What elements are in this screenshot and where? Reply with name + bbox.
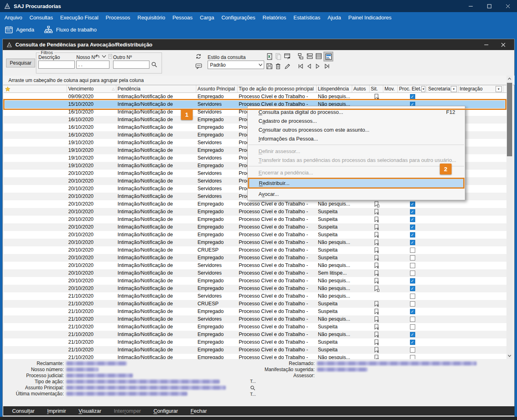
menubar-item-relat-rios[interactable]: Relatórios	[259, 13, 290, 22]
menubar-item-arquivo[interactable]: Arquivo	[1, 13, 26, 22]
pesquisar-button[interactable]: Pesquisar	[6, 59, 35, 67]
table-row[interactable]: 20/10/2020Intimação/Notificação deEmpreg…	[4, 277, 506, 285]
truncate-text-button[interactable]: T...	[250, 379, 256, 384]
consultar-button[interactable]: Consultar	[12, 408, 35, 414]
nav-last-icon[interactable]	[324, 64, 330, 69]
column-header-proc_elet[interactable]: Proc. Elet.▼	[398, 85, 427, 92]
nav-first-icon[interactable]	[298, 64, 303, 69]
column-header-vencimento[interactable]: Vencimento△	[67, 85, 116, 92]
app-close-button[interactable]	[498, 0, 517, 12]
checkbox-checked-icon[interactable]: ✓	[410, 309, 415, 314]
table-row[interactable]: 20/10/2020Intimação/Notificação deEmpreg…	[4, 239, 506, 246]
table-row[interactable]: 21/10/2020Intimação/Notificação deServid…	[4, 315, 506, 323]
column-header-autos[interactable]: Autos	[352, 85, 370, 92]
table-row[interactable]: 20/10/2020Intimação/Notificação deEmpreg…	[4, 285, 506, 292]
menubar-item-execu-o-fiscal[interactable]: Execução Fiscal	[57, 13, 102, 22]
table-row[interactable]: 21/10/2020Intimação/Notificação deEmpreg…	[4, 308, 506, 315]
column-header-sit[interactable]: Sit.	[370, 85, 383, 92]
menubar-item-ajuda[interactable]: Ajuda	[324, 13, 345, 22]
column-header-litispendencia[interactable]: Litispendência	[317, 85, 352, 92]
column-header-assunto[interactable]: Assunto Principal	[196, 85, 237, 92]
checkbox-unchecked-icon[interactable]	[410, 355, 415, 359]
fechar-button[interactable]: Fechar	[191, 408, 207, 414]
column-filter-icon[interactable]: ▼	[451, 86, 457, 92]
checkbox-checked-icon[interactable]: ✓	[410, 202, 415, 207]
menubar-item-consultas[interactable]: Consultas	[26, 13, 57, 22]
checkbox-checked-icon[interactable]: ✓	[410, 209, 415, 214]
checkbox-unchecked-icon[interactable]	[410, 255, 415, 260]
checkbox-checked-icon[interactable]: ✓	[410, 232, 415, 237]
nav-next-icon[interactable]	[315, 64, 320, 69]
menu-item-cadastro-de-processos[interactable]: Cadastro de processos...	[248, 116, 465, 125]
checkbox-unchecked-icon[interactable]	[410, 347, 415, 353]
tree-view-icon[interactable]	[298, 53, 305, 60]
toolbar-item-agenda[interactable]: Agenda	[5, 26, 34, 34]
export-window-icon[interactable]	[284, 53, 291, 60]
checkbox-unchecked-icon[interactable]	[410, 271, 415, 276]
dialog-close-button[interactable]	[495, 39, 512, 50]
table-row[interactable]: 21/10/2020Intimação/Notificação deEmpreg…	[4, 346, 506, 354]
comment-icon[interactable]	[195, 63, 202, 69]
table-row[interactable]: 20/10/2020Intimação/Notificação deCRUESP…	[4, 246, 506, 254]
column-header-secretaria[interactable]: Secretaria▼	[427, 85, 458, 92]
checkbox-unchecked-icon[interactable]	[410, 317, 415, 322]
table-row[interactable]: 20/10/2020Intimação/Notificação deEmpreg…	[4, 231, 506, 239]
detail-view-icon[interactable]	[324, 52, 333, 61]
menubar-item-processos[interactable]: Processos	[102, 13, 134, 22]
menubar-item-pessoas[interactable]: Pessoas	[169, 13, 196, 22]
visualizar-button[interactable]: Visualizar	[79, 408, 101, 414]
list-view-icon[interactable]	[315, 53, 322, 59]
cards-view-icon[interactable]	[307, 53, 313, 59]
table-row[interactable]: 20/10/2020Intimação/Notificação deEmpreg…	[4, 208, 506, 216]
nosso-numero-input[interactable]	[76, 61, 109, 69]
toolbar-item-fluxo-de-trabalho[interactable]: Fluxo de trabalho	[44, 26, 97, 34]
groupby-bar[interactable]: Arraste um cabeçalho de coluna aqui para…	[3, 76, 515, 85]
checkbox-checked-icon[interactable]: ✓	[410, 286, 415, 291]
checkbox-checked-icon[interactable]: ✓	[410, 332, 415, 337]
menu-item-redistribuir[interactable]: Redistribuir...	[248, 178, 464, 189]
undo-icon[interactable]	[95, 54, 100, 59]
checkbox-checked-icon[interactable]: ✓	[410, 217, 415, 222]
menubar-item-requisit-rio[interactable]: Requisitório	[134, 13, 169, 22]
menubar-item-carga[interactable]: Carga	[196, 13, 218, 22]
table-row[interactable]: 20/10/2020Intimação/Notificação deServid…	[4, 262, 506, 269]
table-row[interactable]: 21/10/2020Intimação/Notificação deEmpreg…	[4, 323, 506, 331]
delete-icon[interactable]	[275, 63, 281, 69]
vertical-scrollbar[interactable]	[506, 76, 513, 359]
menubar-item-painel-indicadores[interactable]: Painel Indicadores	[345, 13, 395, 22]
chevron-down-icon[interactable]	[102, 55, 106, 58]
menubar-item-estat-sticas[interactable]: Estatísticas	[290, 13, 324, 22]
nav-prev-icon[interactable]	[307, 64, 311, 69]
menu-item-informa-es-da-pessoa[interactable]: Informações da Pessoa...	[248, 134, 465, 143]
table-row[interactable]: 20/10/2020Intimação/Notificação deEmpreg…	[4, 223, 506, 231]
table-row[interactable]: 21/10/2020Intimação/Notificação deServid…	[4, 292, 506, 300]
combo-arrow-icon[interactable]	[257, 61, 264, 69]
checkbox-unchecked-icon[interactable]	[410, 248, 415, 253]
outro-numero-input[interactable]	[113, 61, 149, 69]
column-header-pin[interactable]	[4, 85, 67, 92]
configurar-button[interactable]: Configurar	[153, 408, 178, 414]
scroll-up-icon[interactable]	[506, 76, 513, 82]
table-row[interactable]: 21/10/2020Intimação/Notificação deEmpreg…	[4, 331, 506, 338]
checkbox-checked-icon[interactable]: ✓	[410, 278, 415, 284]
descricao-input[interactable]	[38, 61, 75, 69]
save-icon[interactable]	[266, 63, 273, 69]
table-row[interactable]: 20/10/2020Intimação/Notificação deEmpreg…	[4, 216, 506, 223]
scrollbar-thumb[interactable]	[507, 83, 512, 156]
table-row[interactable]: 21/10/2020Intimação/Notificação deEmpreg…	[4, 338, 506, 346]
menu-item-consultar-outros-processos-com-este-assunto[interactable]: Consultar outros processos com este assu…	[248, 125, 465, 134]
imprimir-button[interactable]: Imprimir	[47, 408, 66, 414]
checkbox-checked-icon[interactable]: ✓	[410, 225, 415, 230]
table-row[interactable]: 09/09/2020Intimação/Notificação deEmpreg…	[4, 93, 506, 101]
table-row[interactable]: 20/10/2020Intimação/Notificação deEmpreg…	[4, 254, 506, 262]
menu-item-consulta-pasta-digital-do-processo[interactable]: Consulta pasta digital do processo...F12	[248, 107, 465, 116]
refresh-icon[interactable]	[195, 53, 202, 59]
column-header-pendencia[interactable]: Pendência	[116, 85, 196, 92]
edit-icon[interactable]	[284, 63, 291, 70]
scroll-down-icon[interactable]	[506, 353, 513, 359]
column-header-tipo[interactable]: Tipo de ação do processo principal	[237, 85, 317, 92]
table-row[interactable]: 21/10/2020Intimação/Notificação deEmpreg…	[4, 354, 506, 359]
checkbox-unchecked-icon[interactable]	[410, 294, 415, 299]
excel-export-icon[interactable]	[266, 53, 273, 60]
checkbox-unchecked-icon[interactable]	[410, 263, 415, 268]
